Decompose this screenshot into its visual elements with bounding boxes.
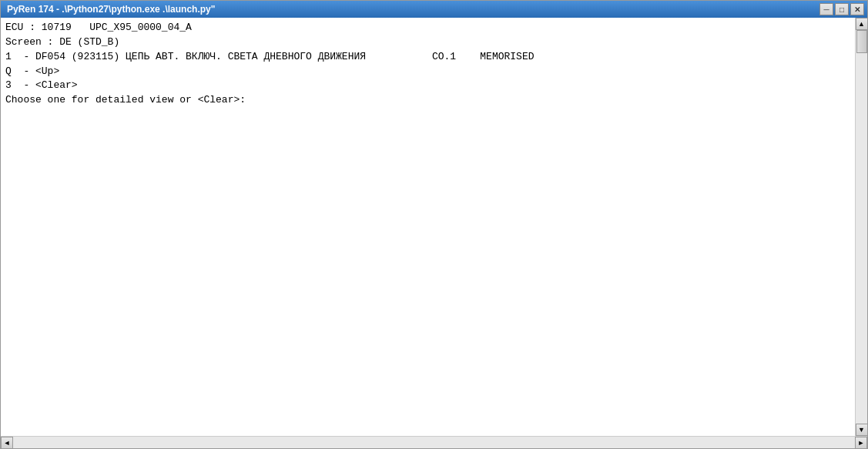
terminal-output: ECU : 10719 UPC_X95_0000_04_A Screen : D…: [1, 18, 855, 436]
close-button[interactable]: ✕: [850, 3, 864, 15]
main-window: PyRen 174 - .\Python27\python.exe .\laun…: [0, 0, 868, 449]
scroll-track-horiz[interactable]: [13, 437, 855, 448]
scroll-up-button[interactable]: ▲: [856, 18, 868, 30]
horizontal-scrollbar: ◄ ►: [1, 436, 867, 448]
scroll-left-button[interactable]: ◄: [1, 437, 13, 449]
scroll-down-button[interactable]: ▼: [856, 424, 868, 436]
scroll-thumb[interactable]: [856, 30, 867, 53]
scroll-right-button[interactable]: ►: [855, 437, 867, 449]
window-title: PyRen 174 - .\Python27\python.exe .\laun…: [4, 4, 215, 15]
title-bar-buttons: ─ □ ✕: [819, 3, 864, 15]
maximize-button[interactable]: □: [835, 3, 849, 15]
minimize-button[interactable]: ─: [819, 3, 833, 15]
scroll-track[interactable]: [856, 30, 867, 424]
title-bar: PyRen 174 - .\Python27\python.exe .\laun…: [1, 1, 867, 18]
vertical-scrollbar: ▲ ▼: [855, 18, 867, 436]
content-area: ECU : 10719 UPC_X95_0000_04_A Screen : D…: [1, 18, 867, 436]
